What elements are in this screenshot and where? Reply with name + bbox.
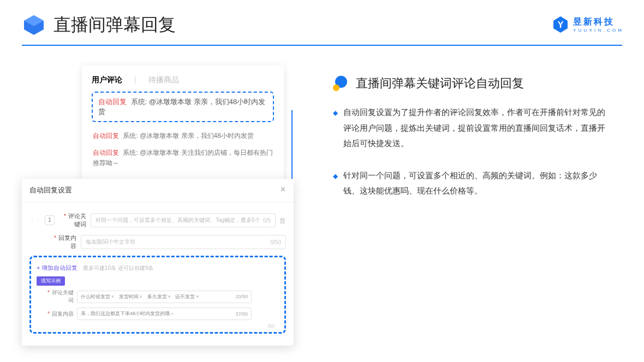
tab-pending-products[interactable]: 待播商品 bbox=[148, 75, 179, 85]
company-brand: Y 昱新科技 Y U U X I N . C O M bbox=[551, 15, 622, 34]
example-section: + 增加自动回复 最多可建10条 还可以创建9条 填写示例 *评论关键词 什么时… bbox=[29, 256, 286, 334]
drag-handle-icon[interactable]: ⋮⋮ bbox=[29, 218, 40, 224]
page-header: 直播间弹幕回复 bbox=[0, 0, 644, 37]
delete-icon[interactable]: 🗑 bbox=[279, 216, 286, 225]
example-chip: 填写示例 bbox=[37, 276, 65, 286]
tabs: 用户评论 | 待播商品 bbox=[92, 75, 274, 85]
page-logo-icon bbox=[22, 13, 46, 37]
system-label: 系统: bbox=[131, 98, 147, 106]
keyword-tag: 多久发货× bbox=[147, 294, 171, 299]
content-input[interactable]: 每条限50个中文字符 0/50 bbox=[81, 235, 286, 249]
example-content-input[interactable]: 亲，我们这边都是下单48小时内发货的哦～ 37/50 bbox=[77, 307, 252, 320]
keyword-label: *评论关键词 bbox=[59, 212, 91, 228]
example-keyword-input[interactable]: 什么时候发货× 发货时间× 多久发货× 还不发货× 20/50 bbox=[77, 291, 252, 303]
ghost-count: /50 bbox=[267, 323, 275, 329]
highlighted-comment: 自动回复 系统: @冰墩墩本墩 亲亲，我们48小时内发货 bbox=[92, 92, 274, 122]
keyword-tag: 什么时候发货× bbox=[81, 294, 114, 299]
company-name-cn: 昱新科技 bbox=[573, 16, 622, 28]
tab-divider: | bbox=[134, 75, 136, 85]
company-logo-icon: Y bbox=[551, 15, 570, 34]
add-auto-reply-link[interactable]: + 增加自动回复 bbox=[37, 264, 77, 271]
keyword-input[interactable]: 对同一个问题，可设置多个相近、高频的关键词。Tag确定，最多5个 0/5 bbox=[91, 213, 276, 227]
svg-text:Y: Y bbox=[558, 20, 564, 29]
diamond-icon: ◆ bbox=[333, 168, 338, 199]
settings-row: ⋮⋮ 1 *评论关键词 对同一个问题，可设置多个相近、高频的关键词。Tag确定，… bbox=[29, 212, 286, 228]
section-heading: 直播间弹幕关键词评论自动回复 bbox=[333, 75, 611, 92]
modal-title: 自动回复设置 bbox=[29, 185, 72, 195]
auto-reply-tag: 自动回复 bbox=[98, 98, 127, 106]
comment-item: 自动回复 系统: @冰墩墩本墩 亲亲，我们48小时内发货 bbox=[92, 128, 274, 144]
section-title: 直播间弹幕关键词评论自动回复 bbox=[356, 75, 524, 92]
settings-row: *回复内容 每条限50个中文字符 0/50 bbox=[29, 234, 286, 250]
page-title: 直播间弹幕回复 bbox=[53, 13, 176, 37]
example-content-row: *回复内容 亲，我们这边都是下单48小时内发货的哦～ 37/50 bbox=[37, 307, 279, 320]
diamond-icon: ◆ bbox=[333, 105, 338, 152]
bullet-item: ◆ 自动回复设置为了提升作者的评论回复效率，作者可在开播前针对常见的评论用户问题… bbox=[333, 105, 611, 152]
example-keyword-row: *评论关键词 什么时候发货× 发货时间× 多久发货× 还不发货× 20/50 bbox=[37, 289, 279, 304]
content-label: *回复内容 bbox=[49, 234, 81, 250]
chat-bubble-icon bbox=[333, 76, 348, 91]
right-column: 直播间弹幕关键词评论自动回复 ◆ 自动回复设置为了提升作者的评论回复效率，作者可… bbox=[306, 65, 611, 215]
tab-user-comments[interactable]: 用户评论 bbox=[92, 75, 122, 85]
comment-item: 自动回复 系统: @冰墩墩本墩 关注我们的店铺，每日都有热门推荐呦～ bbox=[92, 144, 274, 172]
auto-reply-settings-modal: 自动回复设置 ✕ ⋮⋮ 1 *评论关键词 对同一个问题，可设置多个相近、高频的关… bbox=[22, 179, 294, 346]
bullet-item: ◆ 针对同一个问题，可设置多个相近的、高频的关键词。例如：这款多少钱、这块能优惠… bbox=[333, 168, 611, 199]
comments-panel: 用户评论 | 待播商品 自动回复 系统: @冰墩墩本墩 亲亲，我们48小时内发货… bbox=[82, 65, 284, 185]
add-note: 最多可建10条 还可以创建9条 bbox=[83, 265, 153, 271]
keyword-tag: 还不发货× bbox=[175, 294, 199, 299]
keyword-tag: 发货时间× bbox=[119, 294, 142, 299]
left-column: 用户评论 | 待播商品 自动回复 系统: @冰墩墩本墩 亲亲，我们48小时内发货… bbox=[22, 65, 306, 215]
row-number: 1 bbox=[45, 215, 55, 225]
company-name-en: Y U U X I N . C O M bbox=[573, 28, 622, 33]
close-icon[interactable]: ✕ bbox=[280, 185, 286, 195]
